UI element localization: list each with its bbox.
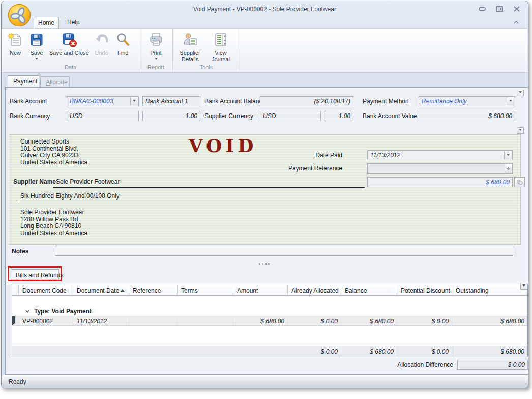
- check-section-expander-button[interactable]: [517, 127, 524, 134]
- tab-payment-label-rest: ayment: [17, 78, 37, 85]
- bank-currency-label: Bank Currency: [10, 111, 50, 121]
- save-button[interactable]: Save: [26, 30, 47, 62]
- column-header-potential-discount[interactable]: Potential Discount: [397, 285, 452, 295]
- chevron-down-icon: [155, 58, 158, 61]
- date-paid-field[interactable]: 11/13/2012: [367, 150, 513, 160]
- save-and-close-button[interactable]: Save and Close: [47, 30, 91, 56]
- bank-account-dropdown-button[interactable]: [130, 97, 138, 105]
- bills-grid: Document Code Document Date Reference Te…: [12, 284, 528, 357]
- collapse-ribbon-button[interactable]: [513, 19, 520, 25]
- minimize-button[interactable]: [478, 6, 486, 12]
- payment-tab-page: Bank Account BNKAC-000003 Bank Account 1…: [5, 87, 528, 375]
- check-amount-link[interactable]: $ 680.00: [486, 179, 510, 186]
- ribbon: New Save: [2, 28, 527, 73]
- undo-button-label: Undo: [95, 50, 108, 56]
- cell-document-date[interactable]: 11/13/2012: [73, 316, 129, 325]
- window-title: Void Payment - VP-000002 - Sole Provider…: [2, 6, 528, 13]
- new-button[interactable]: New: [5, 30, 26, 56]
- payment-method-field[interactable]: Remittance Only: [419, 96, 515, 106]
- bank-account-link[interactable]: BNKAC-000003: [70, 98, 113, 105]
- column-header-already-allocated[interactable]: Already Allocated: [288, 285, 341, 295]
- grid-header-row: Document Code Document Date Reference Te…: [12, 285, 527, 296]
- collapse-group-icon[interactable]: [25, 309, 30, 314]
- tab-home[interactable]: Home: [34, 17, 59, 28]
- app-logo-icon[interactable]: [8, 4, 31, 27]
- grid-options-button[interactable]: [520, 283, 527, 290]
- bank-account-balance-field: ($ 20,108.17): [260, 96, 353, 106]
- tab-help[interactable]: Help: [67, 19, 80, 26]
- column-header-reference[interactable]: Reference: [129, 285, 178, 295]
- column-header-amount[interactable]: Amount: [233, 285, 288, 295]
- total-value: $ 0.00: [321, 348, 338, 355]
- total-potential-discount: $ 0.00: [397, 346, 452, 357]
- column-header-document-code[interactable]: Document Code: [19, 285, 73, 295]
- save-and-close-icon: [61, 32, 77, 48]
- ribbon-group-report: Print Report: [139, 28, 173, 72]
- company-address: Connected Sports 101 Continental Blvd. C…: [20, 138, 87, 166]
- cell-value: $ 0.00: [432, 318, 449, 325]
- cell-terms[interactable]: [178, 316, 233, 325]
- amount-words-underline: [17, 202, 513, 202]
- restore-button[interactable]: [495, 6, 504, 12]
- bank-currency-field: USD: [67, 111, 139, 121]
- bank-account-name-field: Bank Account 1: [142, 96, 200, 106]
- date-paid-dropdown-button[interactable]: [504, 151, 512, 159]
- column-header-document-date[interactable]: Document Date: [73, 285, 129, 295]
- notes-field[interactable]: [55, 246, 513, 256]
- table-row[interactable]: VP-000002 11/13/2012 $ 680.00 $ 0.00 $ 6…: [12, 316, 527, 326]
- close-button[interactable]: [513, 6, 521, 12]
- find-button[interactable]: Find: [112, 30, 134, 56]
- column-header-outstanding[interactable]: Outstanding: [452, 285, 527, 295]
- check-preview: Connected Sports 101 Continental Blvd. C…: [9, 134, 521, 245]
- column-header-label: Balance: [345, 287, 367, 294]
- cell-potential-discount[interactable]: $ 0.00: [397, 316, 452, 325]
- cell-reference[interactable]: [129, 316, 178, 325]
- column-header-label: Reference: [133, 287, 161, 294]
- amount-in-words: Six Hundred Eighty And 00/100 Only: [20, 191, 120, 201]
- search-icon: [115, 32, 131, 48]
- bills-and-refunds-tab[interactable]: Bills and Refunds: [11, 269, 59, 280]
- application-window: Void Payment - VP-000002 - Sole Provider…: [1, 1, 528, 388]
- payment-method-dropdown-button[interactable]: [507, 97, 514, 105]
- payment-reference-field[interactable]: [367, 163, 513, 174]
- payee-address-line: United States of America: [20, 230, 87, 237]
- header-section-expander-button[interactable]: [517, 90, 524, 96]
- tab-home-label: Home: [38, 19, 54, 26]
- allocation-difference-field: $ 0.00: [457, 360, 528, 370]
- bank-account-value-label: Bank Account Value: [363, 111, 417, 121]
- status-text: Ready: [9, 378, 26, 385]
- totals-row: $ 0.00 $ 680.00 $ 0.00 $ 680.00: [12, 346, 527, 357]
- splitter-handle[interactable]: [259, 263, 270, 265]
- payment-reference-label: Payment Reference: [263, 163, 342, 174]
- tab-allocate[interactable]: Allocate: [40, 76, 70, 87]
- group-header-row[interactable]: Type: Void Payment: [12, 306, 527, 316]
- company-address-line: United States of America: [20, 159, 87, 166]
- cell-document-code[interactable]: VP-000002: [19, 316, 73, 325]
- supplier-details-button[interactable]: Supplier Details: [175, 30, 204, 63]
- payment-method-link[interactable]: Remittance Only: [422, 98, 467, 105]
- bank-account-field[interactable]: BNKAC-000003: [67, 96, 139, 106]
- view-journal-button[interactable]: View Journal: [204, 30, 237, 63]
- row-selector-cell[interactable]: [12, 316, 19, 325]
- title-bar[interactable]: Void Payment - VP-000002 - Sole Provider…: [2, 1, 528, 16]
- document-code-link[interactable]: VP-000002: [22, 318, 53, 325]
- row-selector-header: [12, 285, 19, 295]
- tab-help-label: Help: [67, 19, 80, 26]
- print-button[interactable]: Print: [145, 30, 167, 62]
- currency-calculator-button[interactable]: [514, 177, 525, 187]
- add-reference-button[interactable]: [505, 164, 512, 173]
- cell-outstanding[interactable]: $ 680.00: [452, 316, 527, 325]
- status-bar: Ready: [2, 375, 528, 388]
- total-value: $ 0.00: [432, 348, 449, 355]
- cell-balance[interactable]: $ 680.00: [341, 316, 397, 325]
- cell-amount[interactable]: $ 680.00: [233, 316, 288, 325]
- undo-button[interactable]: Undo: [91, 30, 112, 56]
- tab-allocate-label: A: [46, 79, 50, 86]
- column-header-label: Document Date: [77, 287, 119, 294]
- cell-already-allocated[interactable]: $ 0.00: [288, 316, 341, 325]
- tab-payment[interactable]: Payment: [8, 75, 39, 87]
- bills-and-refunds-label: Bills and Refunds: [16, 272, 63, 279]
- column-header-balance[interactable]: Balance: [341, 285, 397, 295]
- column-header-terms[interactable]: Terms: [178, 285, 233, 295]
- ribbon-group-tools-label: Tools: [175, 64, 237, 72]
